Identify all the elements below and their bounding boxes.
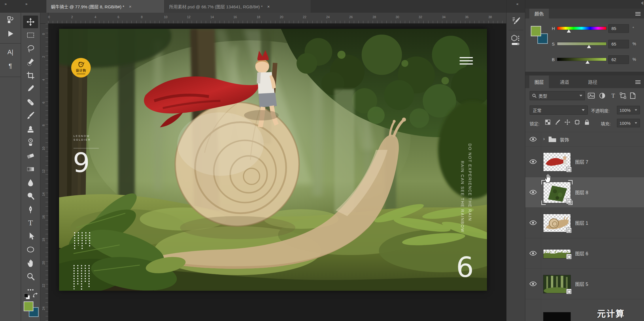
path-selection-tool[interactable] bbox=[23, 230, 38, 243]
foreground-color-swatch[interactable] bbox=[531, 26, 541, 36]
filter-adjustment-layers-icon[interactable] bbox=[598, 92, 606, 99]
collapse-panels-icon[interactable]: « bbox=[516, 2, 518, 6]
gradient-tool[interactable] bbox=[23, 163, 38, 175]
paragraph-panel-icon[interactable]: ¶ bbox=[4, 61, 17, 71]
character-panel-icon[interactable]: A| bbox=[4, 47, 17, 58]
saturation-slider-thumb[interactable] bbox=[587, 45, 591, 48]
ellipse-shape-tool[interactable] bbox=[23, 243, 38, 256]
spot-healing-brush-tool[interactable] bbox=[23, 96, 38, 109]
eyedropper-tool[interactable] bbox=[23, 82, 38, 95]
brush-settings-panel-icon[interactable] bbox=[511, 16, 521, 26]
lasso-tool[interactable] bbox=[23, 42, 38, 55]
fill-input[interactable]: 100% bbox=[617, 119, 640, 127]
layer-row-8-selected[interactable]: 图层 8 bbox=[525, 177, 644, 207]
layer-thumbnail[interactable] bbox=[543, 182, 571, 203]
hue-value-input[interactable]: 85 bbox=[608, 24, 629, 33]
vertical-ruler[interactable]: 02 46 810 1214 1618 2022 24 bbox=[40, 24, 48, 321]
properties-panel-icon[interactable] bbox=[511, 34, 520, 48]
expand-panel-dock-icon[interactable]: » bbox=[5, 2, 6, 6]
hue-slider-thumb[interactable] bbox=[567, 29, 571, 33]
layer-row-partial[interactable] bbox=[525, 299, 644, 321]
filter-pixel-layers-icon[interactable] bbox=[588, 92, 595, 99]
canvas-area[interactable]: 02 46 810 1214 1618 2022 2426 2830 3234 … bbox=[40, 13, 506, 321]
brightness-value-input[interactable]: 62 bbox=[608, 55, 629, 64]
eraser-tool[interactable] bbox=[23, 150, 38, 162]
expand-toolbar-icon[interactable]: » bbox=[25, 2, 27, 6]
svg-text:T: T bbox=[28, 219, 33, 227]
brightness-slider[interactable] bbox=[557, 58, 607, 61]
brightness-slider-thumb[interactable] bbox=[586, 61, 590, 64]
filter-shape-layers-icon[interactable] bbox=[619, 92, 627, 99]
type-tool[interactable]: T bbox=[23, 216, 38, 229]
quick-selection-tool[interactable] bbox=[23, 56, 38, 68]
blur-tool[interactable] bbox=[23, 176, 38, 189]
document-tab-materials[interactable]: 所用素材.psd @ 66.7% (图层 134641, RGB/8#) * × bbox=[164, 0, 311, 13]
layer-name[interactable]: 图层 5 bbox=[575, 280, 588, 287]
visibility-eye-icon[interactable] bbox=[529, 281, 537, 287]
actions-panel-icon[interactable] bbox=[4, 28, 17, 39]
layer-filter-type-dropdown[interactable]: 类型 bbox=[530, 91, 585, 100]
document-artwork[interactable]: 设计狗 LESNOW SOLDIER 9 DO NOT EXPERIENCE T… bbox=[59, 29, 487, 291]
visibility-eye-icon[interactable] bbox=[529, 137, 537, 142]
tab-color[interactable]: 颜色 bbox=[529, 9, 549, 18]
layer-name[interactable]: 图层 1 bbox=[575, 219, 588, 226]
brush-tool[interactable] bbox=[23, 109, 38, 122]
saturation-slider[interactable] bbox=[557, 42, 607, 46]
blend-mode-dropdown[interactable]: 正常 bbox=[530, 105, 588, 115]
layer-group-row[interactable]: › 装饰 bbox=[525, 132, 644, 146]
layer-name[interactable]: 图层 7 bbox=[575, 158, 588, 165]
history-brush-tool[interactable] bbox=[23, 136, 38, 149]
visibility-eye-icon[interactable] bbox=[529, 251, 537, 256]
lock-all-icon[interactable] bbox=[583, 119, 590, 126]
tab-paths[interactable]: 路径 bbox=[583, 75, 603, 88]
layer-name[interactable]: 图层 6 bbox=[575, 250, 588, 257]
default-colors-icon[interactable] bbox=[23, 293, 31, 301]
clone-stamp-tool[interactable] bbox=[23, 123, 38, 135]
tab-close-icon[interactable]: × bbox=[267, 4, 270, 9]
foreground-color-swatch[interactable] bbox=[24, 301, 33, 311]
layers-panel-menu-icon[interactable] bbox=[635, 80, 641, 85]
hue-slider[interactable] bbox=[557, 27, 607, 30]
lock-image-icon[interactable] bbox=[554, 119, 561, 126]
pen-tool[interactable] bbox=[23, 203, 38, 216]
corner-expander-icon[interactable]: »| bbox=[641, 1, 643, 5]
lock-position-icon[interactable] bbox=[564, 119, 571, 126]
filter-smart-objects-icon[interactable] bbox=[629, 92, 637, 99]
opacity-input[interactable]: 100% bbox=[617, 106, 640, 114]
lock-artboard-icon[interactable] bbox=[574, 119, 581, 126]
zoom-tool[interactable] bbox=[23, 270, 38, 283]
history-panel-icon[interactable] bbox=[4, 14, 17, 25]
layer-thumbnail[interactable] bbox=[543, 152, 571, 171]
saturation-value-input[interactable]: 65 bbox=[608, 40, 629, 48]
dodge-tool[interactable] bbox=[23, 190, 38, 202]
crop-tool[interactable] bbox=[23, 69, 38, 82]
hand-tool[interactable] bbox=[23, 257, 38, 269]
switch-colors-icon[interactable] bbox=[32, 292, 39, 299]
tab-close-icon[interactable]: × bbox=[129, 4, 131, 9]
layer-row-7[interactable]: 图层 7 bbox=[525, 146, 644, 177]
visibility-eye-icon[interactable] bbox=[529, 190, 537, 195]
horizontal-ruler[interactable]: 02 46 810 1214 1618 2022 2426 2830 3234 … bbox=[48, 13, 506, 24]
layer-thumbnail[interactable] bbox=[543, 249, 571, 258]
layer-thumbnail[interactable] bbox=[543, 275, 571, 293]
layers-panel-tab-row: 图层 通道 路径 bbox=[525, 75, 644, 88]
group-expand-chevron[interactable]: › bbox=[543, 136, 545, 142]
fill-label: 填充: bbox=[601, 120, 611, 126]
layer-thumbnail[interactable] bbox=[543, 312, 571, 321]
layer-row-6[interactable]: 图层 6 bbox=[525, 238, 644, 269]
layer-row-1[interactable]: 图层 1 bbox=[525, 207, 644, 238]
lock-transparency-icon[interactable] bbox=[544, 119, 551, 126]
layer-thumbnail[interactable] bbox=[543, 214, 571, 232]
rectangular-marquee-tool[interactable] bbox=[23, 29, 38, 41]
visibility-eye-icon[interactable] bbox=[529, 220, 537, 226]
filter-type-layers-icon[interactable]: T bbox=[609, 92, 617, 99]
group-name[interactable]: 装饰 bbox=[560, 136, 569, 143]
layer-row-5[interactable]: 图层 5 bbox=[525, 269, 644, 299]
tab-channels[interactable]: 通道 bbox=[555, 75, 574, 88]
document-tab-snail-knight[interactable]: 蜗牛骑士 @ 77.9% (图层 8, RGB/8#) * × bbox=[46, 0, 164, 13]
move-tool[interactable] bbox=[23, 16, 38, 28]
color-panel-menu-icon[interactable] bbox=[635, 12, 641, 16]
layer-name[interactable]: 图层 8 bbox=[575, 189, 588, 196]
visibility-eye-icon[interactable] bbox=[529, 159, 537, 165]
tab-layers[interactable]: 图层 bbox=[529, 75, 549, 88]
